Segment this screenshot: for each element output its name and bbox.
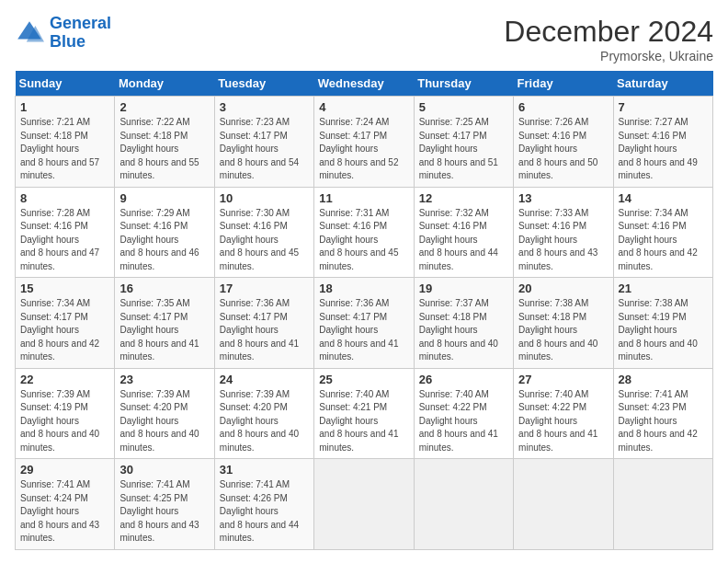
column-header-friday: Friday	[514, 71, 613, 97]
calendar-day-6: 6Sunrise: 7:26 AMSunset: 4:16 PMDaylight…	[514, 97, 613, 188]
calendar-day-12: 12Sunrise: 7:32 AMSunset: 4:16 PMDayligh…	[414, 187, 513, 278]
calendar-table: SundayMondayTuesdayWednesdayThursdayFrid…	[15, 71, 713, 550]
column-header-thursday: Thursday	[414, 71, 513, 97]
calendar-day-27: 27Sunrise: 7:40 AMSunset: 4:22 PMDayligh…	[514, 368, 613, 459]
calendar-day-1: 1Sunrise: 7:21 AMSunset: 4:18 PMDaylight…	[16, 97, 115, 188]
calendar-day-31: 31Sunrise: 7:41 AMSunset: 4:26 PMDayligh…	[214, 459, 313, 550]
week-row: 22Sunrise: 7:39 AMSunset: 4:19 PMDayligh…	[16, 368, 713, 459]
days-header-row: SundayMondayTuesdayWednesdayThursdayFrid…	[16, 71, 713, 97]
calendar-day-20: 20Sunrise: 7:38 AMSunset: 4:18 PMDayligh…	[514, 278, 613, 369]
empty-day	[314, 459, 414, 550]
column-header-monday: Monday	[115, 71, 214, 97]
week-row: 1Sunrise: 7:21 AMSunset: 4:18 PMDaylight…	[16, 97, 713, 188]
week-row: 8Sunrise: 7:28 AMSunset: 4:16 PMDaylight…	[16, 187, 713, 278]
calendar-day-14: 14Sunrise: 7:34 AMSunset: 4:16 PMDayligh…	[613, 187, 712, 278]
calendar-day-24: 24Sunrise: 7:39 AMSunset: 4:20 PMDayligh…	[214, 368, 313, 459]
calendar-day-22: 22Sunrise: 7:39 AMSunset: 4:19 PMDayligh…	[16, 368, 115, 459]
calendar-day-16: 16Sunrise: 7:35 AMSunset: 4:17 PMDayligh…	[115, 278, 214, 369]
calendar-day-23: 23Sunrise: 7:39 AMSunset: 4:20 PMDayligh…	[115, 368, 214, 459]
week-row: 15Sunrise: 7:34 AMSunset: 4:17 PMDayligh…	[16, 278, 713, 369]
calendar-day-10: 10Sunrise: 7:30 AMSunset: 4:16 PMDayligh…	[214, 187, 313, 278]
title-block: December 2024 Prymorske, Ukraine	[504, 15, 713, 63]
calendar-day-9: 9Sunrise: 7:29 AMSunset: 4:16 PMDaylight…	[115, 187, 214, 278]
calendar-day-3: 3Sunrise: 7:23 AMSunset: 4:17 PMDaylight…	[214, 97, 313, 188]
calendar-day-18: 18Sunrise: 7:36 AMSunset: 4:17 PMDayligh…	[314, 278, 414, 369]
calendar-day-4: 4Sunrise: 7:24 AMSunset: 4:17 PMDaylight…	[314, 97, 414, 188]
logo: General Blue	[15, 15, 111, 52]
calendar-day-2: 2Sunrise: 7:22 AMSunset: 4:18 PMDaylight…	[115, 97, 214, 188]
calendar-day-19: 19Sunrise: 7:37 AMSunset: 4:18 PMDayligh…	[414, 278, 513, 369]
calendar-title: December 2024	[504, 15, 713, 49]
logo-text: General Blue	[50, 15, 111, 52]
logo-line2: Blue	[50, 32, 85, 51]
calendar-day-11: 11Sunrise: 7:31 AMSunset: 4:16 PMDayligh…	[314, 187, 414, 278]
empty-day	[613, 459, 712, 550]
page-header: General Blue December 2024 Prymorske, Uk…	[15, 15, 713, 63]
calendar-day-21: 21Sunrise: 7:38 AMSunset: 4:19 PMDayligh…	[613, 278, 712, 369]
calendar-day-29: 29Sunrise: 7:41 AMSunset: 4:24 PMDayligh…	[16, 459, 115, 550]
column-header-wednesday: Wednesday	[314, 71, 414, 97]
calendar-day-15: 15Sunrise: 7:34 AMSunset: 4:17 PMDayligh…	[16, 278, 115, 369]
empty-day	[414, 459, 513, 550]
calendar-day-5: 5Sunrise: 7:25 AMSunset: 4:17 PMDaylight…	[414, 97, 513, 188]
column-header-saturday: Saturday	[613, 71, 712, 97]
calendar-subtitle: Prymorske, Ukraine	[504, 49, 713, 63]
logo-icon	[15, 18, 44, 48]
calendar-day-7: 7Sunrise: 7:27 AMSunset: 4:16 PMDaylight…	[613, 97, 712, 188]
calendar-day-28: 28Sunrise: 7:41 AMSunset: 4:23 PMDayligh…	[613, 368, 712, 459]
calendar-day-13: 13Sunrise: 7:33 AMSunset: 4:16 PMDayligh…	[514, 187, 613, 278]
calendar-day-8: 8Sunrise: 7:28 AMSunset: 4:16 PMDaylight…	[16, 187, 115, 278]
calendar-day-30: 30Sunrise: 7:41 AMSunset: 4:25 PMDayligh…	[115, 459, 214, 550]
calendar-day-25: 25Sunrise: 7:40 AMSunset: 4:21 PMDayligh…	[314, 368, 414, 459]
week-row: 29Sunrise: 7:41 AMSunset: 4:24 PMDayligh…	[16, 459, 713, 550]
empty-day	[514, 459, 613, 550]
calendar-day-17: 17Sunrise: 7:36 AMSunset: 4:17 PMDayligh…	[214, 278, 313, 369]
logo-line1: General	[50, 14, 111, 32]
column-header-sunday: Sunday	[16, 71, 115, 97]
column-header-tuesday: Tuesday	[214, 71, 313, 97]
calendar-day-26: 26Sunrise: 7:40 AMSunset: 4:22 PMDayligh…	[414, 368, 513, 459]
